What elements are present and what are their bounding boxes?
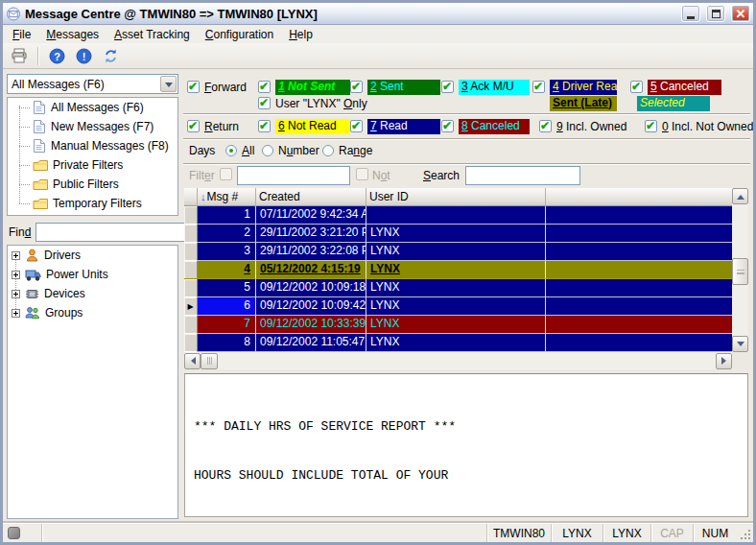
vertical-scrollbar[interactable] <box>732 188 748 352</box>
return-checkbox[interactable] <box>187 120 200 132</box>
table-row-6-current[interactable]: ▶ 6 09/12/2002 10:09:42 A LYNX <box>184 297 732 316</box>
row-selector[interactable] <box>184 243 198 261</box>
user-cell[interactable]: LYNX <box>366 334 546 352</box>
tree-item-devices[interactable]: Devices <box>8 284 177 303</box>
horizontal-scrollbar[interactable] <box>184 352 732 369</box>
filter-checkbox[interactable] <box>220 168 232 180</box>
help-button[interactable]: ? <box>46 45 67 66</box>
table-row-3[interactable]: 3 29/11/2002 3:22:08 P LYNX <box>184 243 732 261</box>
msg-cell[interactable]: 2 <box>198 225 256 243</box>
row-selector[interactable] <box>184 206 198 225</box>
menu-configuration[interactable]: Configuration <box>198 26 281 43</box>
user-cell[interactable]: LYNX <box>366 316 546 334</box>
filter-dropdown[interactable]: All Messages (F6) <box>7 74 178 94</box>
created-cell[interactable]: 09/12/2002 10:33:39 A <box>256 316 366 334</box>
info-button[interactable]: ! <box>73 45 94 66</box>
table-row-8[interactable]: 8 09/12/2002 11:05:47 A LYNX <box>184 334 732 352</box>
table-row-2[interactable]: 2 29/11/2002 3:21:20 P LYNX <box>184 225 732 243</box>
expand-plus-icon[interactable] <box>12 309 20 318</box>
refresh-button[interactable] <box>100 45 121 66</box>
tree-item-new-messages[interactable]: New Messages (F7) <box>8 117 177 136</box>
user-cell[interactable] <box>366 206 546 225</box>
created-cell[interactable]: 09/12/2002 10:09:18 A <box>256 279 366 297</box>
forward-checkbox[interactable] <box>187 81 200 93</box>
user-cell[interactable]: LYNX <box>366 297 546 316</box>
canceled5-checkbox[interactable] <box>630 81 643 93</box>
vertical-scroll-thumb[interactable] <box>732 258 748 285</box>
msg-cell[interactable]: 1 <box>198 206 256 225</box>
tree-item-manual-messages[interactable]: Manual Messages (F8) <box>8 136 177 155</box>
table-row-7[interactable]: 7 09/12/2002 10:33:39 A LYNX <box>184 316 732 334</box>
tree-item-private-filters[interactable]: Private Filters <box>8 155 177 175</box>
row-selector[interactable] <box>184 279 198 297</box>
row-selector[interactable] <box>184 334 198 352</box>
expand-plus-icon[interactable] <box>12 271 20 279</box>
msg-cell[interactable]: 4 <box>198 261 256 279</box>
user-only-checkbox[interactable] <box>258 97 271 109</box>
not-read-checkbox[interactable] <box>258 120 271 132</box>
tree-item-public-filters[interactable]: Public Filters <box>8 175 177 194</box>
msg-cell[interactable]: 5 <box>198 279 256 297</box>
horizontal-scroll-thumb[interactable] <box>201 353 218 369</box>
scroll-down-button[interactable] <box>732 336 748 352</box>
read-checkbox[interactable] <box>350 120 363 132</box>
msg-cell[interactable]: 8 <box>198 334 256 352</box>
row-selector[interactable] <box>184 261 198 279</box>
header-user[interactable]: User ID <box>366 188 546 206</box>
user-cell[interactable]: LYNX <box>366 225 546 243</box>
minimize-button[interactable] <box>681 5 700 22</box>
close-button[interactable]: ✕ <box>731 5 750 22</box>
tree-item-power-units[interactable]: Power Units <box>8 265 177 284</box>
tree-item-all-messages[interactable]: All Messages (F6) <box>8 98 177 117</box>
days-all-radio[interactable]: All <box>225 143 254 158</box>
user-cell[interactable]: LYNX <box>366 279 546 297</box>
days-range-radio[interactable]: Range <box>322 143 372 158</box>
not-checkbox[interactable] <box>356 168 368 180</box>
expand-plus-icon[interactable] <box>12 251 20 260</box>
days-number-radio[interactable]: Number <box>262 143 319 158</box>
user-cell[interactable]: LYNX <box>366 261 546 279</box>
msg-cell[interactable]: 7 <box>198 316 256 334</box>
scroll-left-button[interactable] <box>184 353 201 369</box>
table-row-4[interactable]: 4 05/12/2002 4:15:19 LYNX <box>184 261 732 279</box>
search-input[interactable] <box>465 166 580 185</box>
header-created[interactable]: Created <box>256 188 366 206</box>
canceled8-checkbox[interactable] <box>441 120 454 132</box>
msg-cell-current[interactable]: 6 <box>198 297 256 316</box>
current-row-arrow[interactable]: ▶ <box>184 297 198 316</box>
expand-plus-icon[interactable] <box>12 290 20 298</box>
created-cell[interactable]: 29/11/2002 3:21:20 P <box>256 225 366 243</box>
created-cell[interactable]: 09/12/2002 10:09:42 A <box>256 297 366 316</box>
resize-grip[interactable] <box>737 524 753 542</box>
table-row-1[interactable]: 1 07/11/2002 9:42:34 A <box>184 206 732 225</box>
dropdown-button[interactable] <box>160 76 177 92</box>
menu-messages[interactable]: Messages <box>38 26 106 43</box>
table-row-5[interactable]: 5 09/12/2002 10:09:18 A LYNX <box>184 279 732 297</box>
menu-file[interactable]: File <box>5 26 38 43</box>
row-selector[interactable] <box>184 225 198 243</box>
tree-item-groups[interactable]: Groups <box>8 303 177 322</box>
msg-cell[interactable]: 3 <box>198 243 256 261</box>
horizontal-scroll-track[interactable] <box>218 353 716 369</box>
scroll-right-button[interactable] <box>716 353 732 369</box>
user-cell[interactable]: LYNX <box>366 243 546 261</box>
vertical-scroll-track[interactable] <box>732 204 748 336</box>
scroll-up-button[interactable] <box>732 188 748 204</box>
created-cell[interactable]: 29/11/2002 3:22:08 P <box>256 243 366 261</box>
sent-checkbox[interactable] <box>350 81 363 93</box>
filter-input[interactable] <box>237 166 350 185</box>
row-selector[interactable] <box>184 316 198 334</box>
print-button[interactable] <box>9 45 30 66</box>
not-sent-checkbox[interactable] <box>258 81 271 93</box>
ack-checkbox[interactable] <box>441 81 454 93</box>
menu-help[interactable]: Help <box>281 26 320 43</box>
driver-read-checkbox[interactable] <box>532 81 545 93</box>
menu-asset-tracking[interactable]: Asset Tracking <box>106 26 198 43</box>
created-cell[interactable]: 07/11/2002 9:42:34 A <box>256 206 366 225</box>
title-bar[interactable]: Message Centre @ TMWIN80 => TMWIN80 [LYN… <box>3 3 753 25</box>
tree-item-drivers[interactable]: Drivers <box>8 246 177 265</box>
incl-not-owned-checkbox[interactable] <box>645 120 657 132</box>
find-input[interactable] <box>35 223 192 242</box>
tree-item-temporary-filters[interactable]: Temporary Filters <box>8 194 177 213</box>
created-cell[interactable]: 09/12/2002 11:05:47 A <box>256 334 366 352</box>
